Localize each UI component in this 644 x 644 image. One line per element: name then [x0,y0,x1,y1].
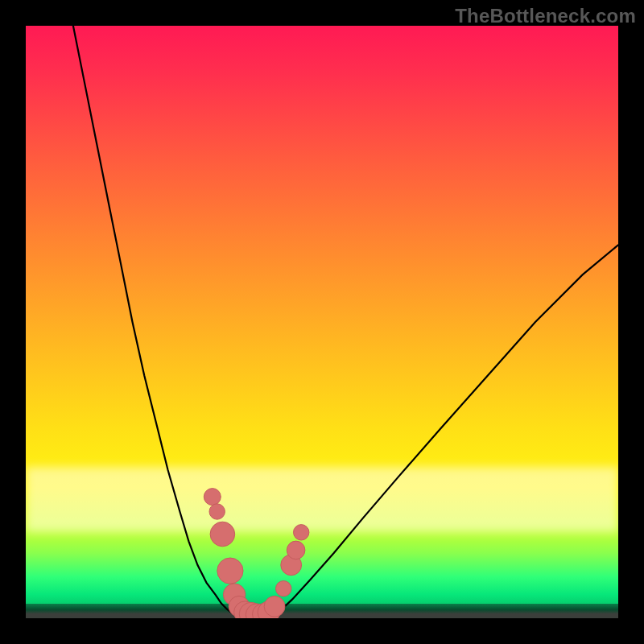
curve-marker [204,489,221,506]
curve-marker [217,558,243,584]
plot-area [26,26,618,618]
chart-frame: TheBottleneck.com [0,0,644,644]
curve-marker [210,522,235,547]
curve-layer [26,26,618,618]
bottleneck-curve [73,26,618,615]
curve-marker [294,525,309,540]
curve-marker [287,541,305,559]
watermark-text: TheBottleneck.com [455,5,636,27]
curve-marker [264,596,285,617]
curve-marker [209,504,225,519]
curve-marker [276,581,291,597]
